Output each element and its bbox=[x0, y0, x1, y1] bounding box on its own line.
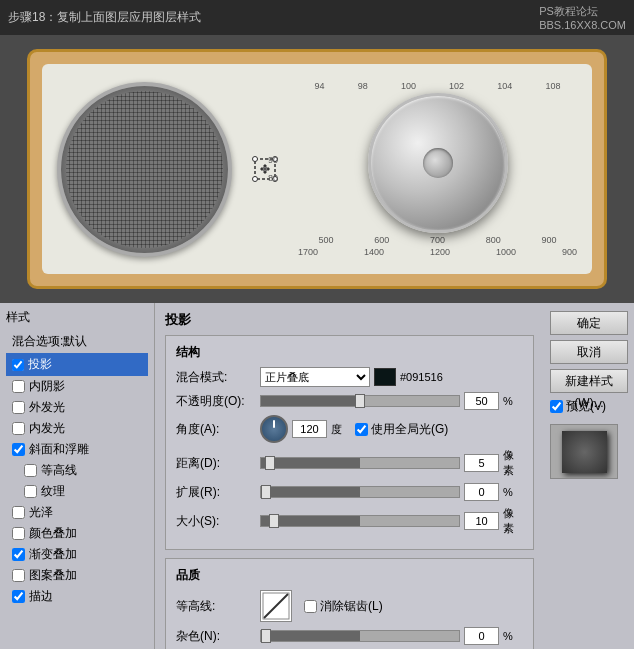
size-value[interactable] bbox=[464, 512, 499, 530]
style-blend-label: 混合选项:默认 bbox=[12, 333, 87, 350]
spread-value[interactable] bbox=[464, 483, 499, 501]
preview-label: 预览(V) bbox=[566, 398, 606, 415]
preview-checkbox-label[interactable]: 预览(V) bbox=[550, 398, 628, 415]
style-texture-checkbox[interactable] bbox=[24, 485, 37, 498]
style-item-contour[interactable]: 等高线 bbox=[6, 460, 148, 481]
global-light-checkbox[interactable] bbox=[355, 423, 368, 436]
opacity-slider-container: % bbox=[260, 392, 523, 410]
spread-slider-container: % bbox=[260, 483, 523, 501]
noise-label: 杂色(N): bbox=[176, 628, 256, 645]
styles-panel: 样式 混合选项:默认 投影 内阴影 外发光 内发光 斜面和浮雕 等高线 bbox=[0, 303, 155, 649]
opacity-value[interactable] bbox=[464, 392, 499, 410]
style-item-stroke[interactable]: 描边 bbox=[6, 586, 148, 607]
style-inner-shadow-checkbox[interactable] bbox=[12, 380, 25, 393]
style-satin-label: 光泽 bbox=[29, 504, 53, 521]
style-item-texture[interactable]: 纹理 bbox=[6, 481, 148, 502]
right-panel: 确定 取消 新建样式(W)... 预览(V) bbox=[544, 303, 634, 649]
style-color-overlay-checkbox[interactable] bbox=[12, 527, 25, 540]
preview-inner bbox=[562, 431, 607, 473]
color-hex-label: #091516 bbox=[400, 371, 443, 383]
style-inner-glow-checkbox[interactable] bbox=[12, 422, 25, 435]
style-pattern-overlay-checkbox[interactable] bbox=[12, 569, 25, 582]
style-item-blend[interactable]: 混合选项:默认 bbox=[6, 330, 148, 353]
distance-unit: 像素 bbox=[503, 448, 523, 478]
style-item-outer-glow[interactable]: 外发光 bbox=[6, 397, 148, 418]
angle-unit: 度 bbox=[331, 422, 351, 437]
opacity-unit: % bbox=[503, 395, 523, 407]
distance-row: 距离(D): 像素 bbox=[176, 448, 523, 478]
shadow-color-box[interactable] bbox=[374, 368, 396, 386]
style-texture-label: 纹理 bbox=[41, 483, 65, 500]
style-shadow-checkbox[interactable] bbox=[12, 359, 24, 371]
site-info: PS教程论坛 BBS.16XX8.COM bbox=[539, 4, 626, 31]
size-slider[interactable] bbox=[260, 515, 460, 527]
style-pattern-overlay-label: 图案叠加 bbox=[29, 567, 77, 584]
noise-unit: % bbox=[503, 630, 523, 642]
svg-marker-11 bbox=[263, 172, 267, 174]
noise-value[interactable] bbox=[464, 627, 499, 645]
style-outer-glow-checkbox[interactable] bbox=[12, 401, 25, 414]
style-satin-checkbox[interactable] bbox=[12, 506, 25, 519]
style-item-shadow[interactable]: 投影 bbox=[6, 353, 148, 376]
structure-title: 结构 bbox=[176, 344, 523, 361]
cancel-button[interactable]: 取消 bbox=[550, 340, 628, 364]
antialiased-text: 消除锯齿(L) bbox=[320, 598, 383, 615]
spread-slider[interactable] bbox=[260, 486, 460, 498]
spread-row: 扩展(R): % bbox=[176, 483, 523, 501]
spread-label: 扩展(R): bbox=[176, 484, 256, 501]
noise-row: 杂色(N): % bbox=[176, 627, 523, 645]
quality-group: 品质 等高线: 消除锯齿(L) 杂色(N): bbox=[165, 558, 534, 649]
freq-left: 90 80 bbox=[268, 155, 278, 183]
antialiased-checkbox[interactable] bbox=[304, 600, 317, 613]
style-item-satin[interactable]: 光泽 bbox=[6, 502, 148, 523]
style-item-gradient-overlay[interactable]: 渐变叠加 bbox=[6, 544, 148, 565]
distance-label: 距离(D): bbox=[176, 455, 256, 472]
style-contour-checkbox[interactable] bbox=[24, 464, 37, 477]
style-item-inner-shadow[interactable]: 内阴影 bbox=[6, 376, 148, 397]
style-bevel-label: 斜面和浮雕 bbox=[29, 441, 89, 458]
site-name: PS教程论坛 bbox=[539, 4, 626, 19]
distance-value[interactable] bbox=[464, 454, 499, 472]
style-outer-glow-label: 外发光 bbox=[29, 399, 65, 416]
distance-slider[interactable] bbox=[260, 457, 460, 469]
style-item-inner-glow[interactable]: 内发光 bbox=[6, 418, 148, 439]
preview-checkbox[interactable] bbox=[550, 400, 563, 413]
blend-mode-select[interactable]: 正片叠底 bbox=[260, 367, 370, 387]
style-color-overlay-label: 颜色叠加 bbox=[29, 525, 77, 542]
style-gradient-overlay-checkbox[interactable] bbox=[12, 548, 25, 561]
contour-preview[interactable] bbox=[260, 590, 292, 622]
dial-knob[interactable] bbox=[368, 93, 508, 233]
quality-title: 品质 bbox=[176, 567, 523, 584]
antialiased-label[interactable]: 消除锯齿(L) bbox=[304, 598, 383, 615]
angle-value[interactable] bbox=[292, 420, 327, 438]
size-slider-container: 像素 bbox=[260, 506, 523, 536]
site-url: BBS.16XX8.COM bbox=[539, 19, 626, 31]
style-item-color-overlay[interactable]: 颜色叠加 bbox=[6, 523, 148, 544]
global-light-label[interactable]: 使用全局光(G) bbox=[355, 421, 448, 438]
svg-marker-10 bbox=[263, 164, 267, 166]
radio-inner: 94 98 100 102 104 108 500 600 700 800 90… bbox=[42, 64, 592, 274]
style-item-bevel[interactable]: 斜面和浮雕 bbox=[6, 439, 148, 460]
svg-point-3 bbox=[253, 177, 258, 182]
main-content: 投影 结构 混合模式: 正片叠底 #091516 不透明度(O): % bbox=[155, 303, 544, 649]
new-style-button[interactable]: 新建样式(W)... bbox=[550, 369, 628, 393]
opacity-label: 不透明度(O): bbox=[176, 393, 256, 410]
style-contour-label: 等高线 bbox=[41, 462, 77, 479]
contour-svg bbox=[262, 592, 290, 620]
ok-button[interactable]: 确定 bbox=[550, 311, 628, 335]
frequency-scale-top: 94 98 100 102 104 108 bbox=[298, 81, 577, 91]
style-shadow-label: 投影 bbox=[28, 356, 52, 373]
angle-dial[interactable] bbox=[260, 415, 288, 443]
frequency-scale-bottom: 500 600 700 800 900 bbox=[298, 235, 577, 245]
section-title: 投影 bbox=[165, 311, 534, 329]
svg-point-1 bbox=[253, 157, 258, 162]
style-item-pattern-overlay[interactable]: 图案叠加 bbox=[6, 565, 148, 586]
angle-label: 角度(A): bbox=[176, 421, 256, 438]
styles-panel-title: 样式 bbox=[6, 309, 148, 326]
noise-slider[interactable] bbox=[260, 630, 460, 642]
opacity-slider[interactable] bbox=[260, 395, 460, 407]
noise-slider-container: % bbox=[260, 627, 523, 645]
style-inner-glow-label: 内发光 bbox=[29, 420, 65, 437]
style-stroke-checkbox[interactable] bbox=[12, 590, 25, 603]
style-bevel-checkbox[interactable] bbox=[12, 443, 25, 456]
